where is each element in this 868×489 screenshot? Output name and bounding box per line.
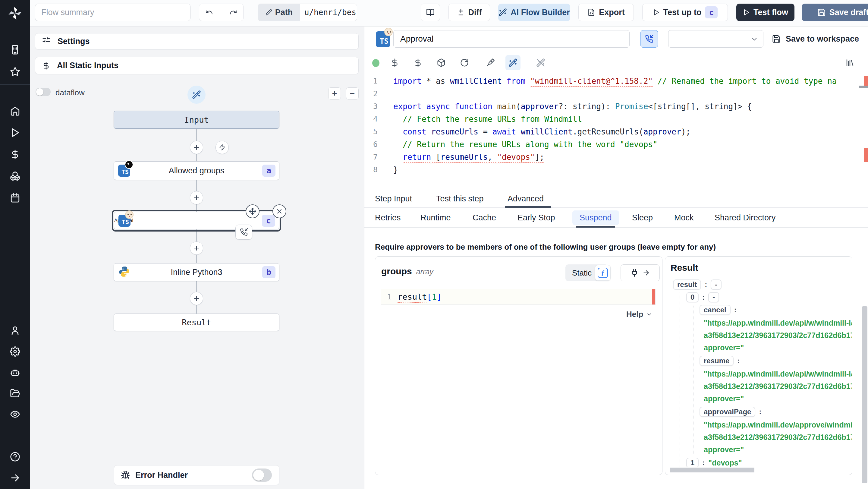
test-up-to-button[interactable]: Test up to c: [642, 4, 728, 21]
ai-flow-builder-button[interactable]: AI Flow Builder: [498, 4, 570, 21]
result-key-chip[interactable]: resume: [700, 356, 734, 366]
groups-expression-editor[interactable]: 1 result[1]: [381, 289, 655, 305]
format-brush-icon[interactable]: [486, 58, 495, 67]
ai-graph-wand-button[interactable]: [187, 86, 206, 104]
collapse-toggle-button[interactable]: -: [711, 279, 721, 290]
tab-early-stop[interactable]: Early Stop: [518, 213, 555, 222]
step-name-input[interactable]: [393, 30, 629, 48]
docs-button[interactable]: [421, 4, 440, 21]
tab-sleep[interactable]: Sleep: [632, 213, 653, 222]
folders-icon[interactable]: [10, 388, 20, 399]
help-circle-icon[interactable]: [10, 452, 20, 462]
all-static-inputs-row[interactable]: All Static Inputs: [35, 57, 359, 74]
ai-fix-wand-off-icon[interactable]: [536, 58, 545, 67]
reset-refresh-icon[interactable]: [460, 58, 469, 67]
save-draft-button[interactable]: Save draft C: [802, 4, 868, 21]
move-step-button[interactable]: [246, 205, 259, 218]
detail-pane-scrollbar[interactable]: [862, 306, 867, 483]
home-icon[interactable]: [10, 106, 20, 116]
function-mode-button[interactable]: ƒ: [595, 265, 611, 281]
schedules-calendar-icon[interactable]: [10, 193, 20, 203]
help-dropdown[interactable]: Help: [626, 310, 652, 319]
code-line[interactable]: import * as wmillClient from "windmill-c…: [393, 75, 868, 87]
variables-dollar-icon[interactable]: [390, 58, 399, 67]
static-toggle[interactable]: Static ƒ: [565, 265, 608, 281]
graph-node-inline-python3[interactable]: Inline Python3 b: [114, 263, 279, 281]
path-value[interactable]: u/henri/bes: [304, 4, 357, 21]
static-label: Static: [572, 268, 592, 278]
expand-rail-arrow-icon[interactable]: [10, 473, 20, 483]
tab-advanced[interactable]: Advanced: [507, 194, 544, 204]
tab-mock[interactable]: Mock: [674, 213, 694, 222]
code-line[interactable]: }: [393, 163, 868, 176]
undo-button[interactable]: [199, 4, 219, 21]
tab-runtime[interactable]: Runtime: [421, 213, 451, 222]
result-horizontal-scrollbar[interactable]: [670, 467, 754, 472]
tab-step-input[interactable]: Step Input: [375, 194, 412, 204]
result-key-chip[interactable]: 1: [686, 458, 699, 467]
connect-input-button[interactable]: [621, 265, 660, 281]
path-chip[interactable]: Path u/henri/bes: [258, 4, 357, 21]
library-icon[interactable]: [845, 58, 855, 67]
code-line[interactable]: export async function main(approver?: st…: [393, 100, 868, 113]
save-to-workspace-button[interactable]: Save to workspace: [772, 30, 859, 48]
tab-suspend[interactable]: Suspend: [572, 210, 619, 225]
code-line[interactable]: [393, 87, 868, 100]
resources-dollar-icon[interactable]: [413, 58, 423, 67]
code-line[interactable]: // Return the resume URLs along with the…: [393, 138, 868, 151]
groups-field-panel: groups array Static ƒ 1 result[1] Help: [375, 256, 662, 475]
result-key-chip[interactable]: 0: [686, 292, 699, 302]
export-button[interactable]: Export: [578, 4, 634, 21]
variables-dollar-icon[interactable]: [10, 149, 20, 159]
code-line[interactable]: const resumeUrls = await wmillClient.get…: [393, 125, 868, 138]
delete-step-button[interactable]: [273, 205, 286, 218]
favorites-star-icon[interactable]: [10, 67, 20, 77]
script-version-select[interactable]: [668, 30, 764, 48]
dataflow-toggle[interactable]: [36, 88, 51, 96]
add-trigger-zap-button[interactable]: [216, 141, 229, 154]
error-handler-row[interactable]: Error Handler: [114, 465, 279, 485]
zoom-out-button[interactable]: −: [346, 87, 359, 99]
code-editor[interactable]: 12345678 import * as wmillClient from "w…: [364, 72, 868, 190]
add-step-button[interactable]: [190, 242, 203, 255]
diff-button[interactable]: Diff: [448, 4, 490, 21]
runs-play-icon[interactable]: [10, 127, 20, 138]
top-toolbar: Path u/henri/bes Diff AI Flow Builder Ex…: [30, 0, 868, 27]
workspace-building-icon[interactable]: [10, 44, 20, 55]
workers-bot-icon[interactable]: [10, 367, 20, 378]
graph-node-input[interactable]: Input: [114, 111, 279, 129]
result-key-chip[interactable]: cancel: [700, 305, 731, 315]
settings-gear-icon[interactable]: [10, 346, 20, 357]
tab-test-this-step[interactable]: Test this step: [436, 194, 484, 204]
flow-summary-input[interactable]: [41, 8, 184, 17]
error-handler-toggle[interactable]: [252, 468, 272, 482]
user-icon[interactable]: [10, 326, 20, 336]
ai-gen-wand-button[interactable]: [505, 55, 521, 70]
result-key-chip[interactable]: approvalPage: [700, 407, 755, 417]
resources-boxes-icon[interactable]: [10, 171, 20, 181]
chevron-down-icon: [750, 35, 758, 43]
add-step-button[interactable]: [190, 292, 203, 305]
code-line[interactable]: return [resumeUrls, "devops"];: [393, 151, 868, 163]
suspend-phone-button[interactable]: [641, 30, 658, 48]
redo-button[interactable]: [223, 4, 243, 21]
step-detail-panel: TS Save to workspace 12345678 import * a…: [364, 27, 868, 489]
zoom-in-button[interactable]: +: [328, 87, 341, 99]
package-icon[interactable]: [437, 58, 446, 67]
editor-scroll-thumb[interactable]: [859, 86, 868, 88]
flow-settings-row[interactable]: Settings: [35, 33, 359, 50]
graph-node-allowed-groups[interactable]: TS Allowed groups a: [114, 161, 279, 180]
test-flow-button[interactable]: Test flow: [736, 4, 795, 21]
add-step-button[interactable]: [190, 141, 203, 154]
tab-shared-directory[interactable]: Shared Directory: [715, 213, 776, 222]
eye-icon[interactable]: [10, 409, 20, 419]
tab-retries[interactable]: Retries: [375, 213, 401, 222]
tab-cache[interactable]: Cache: [472, 213, 496, 222]
suspend-approval-indicator[interactable]: [236, 224, 252, 240]
add-step-button[interactable]: [190, 191, 203, 205]
windmill-logo-icon[interactable]: [7, 5, 23, 22]
result-key-chip[interactable]: result: [673, 279, 701, 290]
code-line[interactable]: // Fetch the resume URLs from Windmill: [393, 113, 868, 125]
collapse-toggle-button[interactable]: -: [708, 292, 719, 302]
graph-node-result[interactable]: Result: [114, 313, 279, 331]
